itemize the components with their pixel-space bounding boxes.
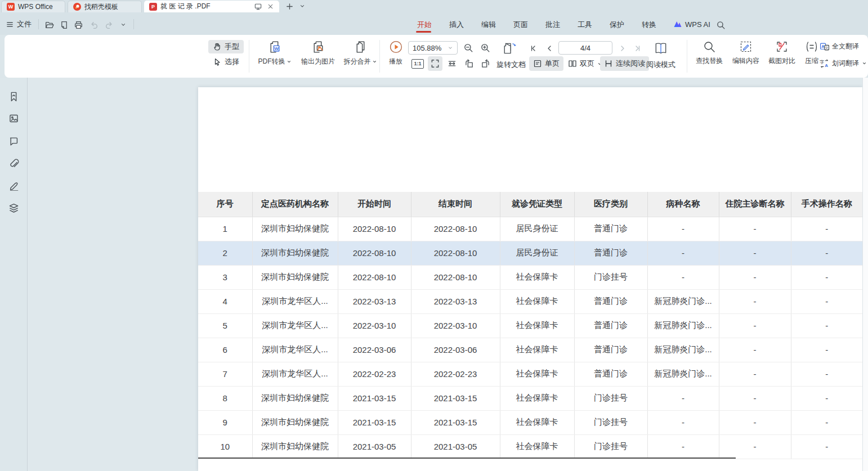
table-cell: 2022-02-23 (338, 362, 411, 386)
actual-size-button[interactable]: 1:1 (411, 58, 424, 69)
fit-width-button[interactable] (446, 58, 458, 69)
reading-mode-button[interactable] (653, 41, 669, 56)
pdf-convert-button[interactable]: W PDF转换 (253, 38, 296, 74)
split-merge-icon (354, 40, 368, 54)
book-icon (654, 41, 668, 56)
replace-pages-button[interactable] (502, 41, 518, 56)
wps-ai-button[interactable]: WPS AI (673, 18, 710, 30)
export-image-button[interactable]: 输出为图片 (297, 38, 339, 74)
open-folder-icon[interactable] (43, 19, 55, 30)
zoom-level-select[interactable]: 105.88% (408, 41, 458, 55)
table-cell: 深圳市妇幼保健院 (252, 217, 338, 241)
split-merge-button[interactable]: 拆分合并 (340, 38, 381, 74)
select-tool-button[interactable]: 选择 (208, 55, 244, 69)
menu-item-tools[interactable]: 工具 (576, 19, 593, 31)
table-cell: 深圳市龙华区人... (252, 289, 338, 313)
new-tab-button[interactable] (284, 1, 294, 11)
table-cell: - (719, 434, 791, 459)
table-cell: - (719, 217, 791, 241)
tab-document-active[interactable]: P 就 医 记 录 .PDF (144, 1, 279, 12)
tab-list-chevron-icon[interactable] (297, 1, 307, 11)
table-cell: 2022-03-06 (411, 338, 500, 362)
table-cell: - (719, 362, 791, 386)
left-panel-sidebar (0, 78, 28, 471)
table-cell: 2022-03-10 (411, 313, 500, 338)
screenshot-compare-label: 截图对比 (768, 56, 795, 66)
table-cell: 深圳市妇幼保健院 (252, 241, 338, 265)
play-label: 播放 (389, 57, 402, 66)
divider (687, 40, 687, 73)
table-cell: - (791, 434, 862, 459)
table-cell: - (791, 386, 862, 410)
find-replace-button[interactable]: 查找替换 (691, 38, 727, 74)
last-page-button[interactable] (632, 43, 643, 54)
table-cell: 6 (198, 338, 252, 362)
bookmark-icon[interactable] (7, 90, 20, 102)
comments-icon[interactable] (7, 134, 20, 147)
file-menu-button[interactable]: 文件 (6, 18, 32, 30)
menu-item-comment[interactable]: 批注 (544, 19, 561, 31)
signature-icon[interactable] (7, 179, 20, 191)
thumbnails-icon[interactable] (7, 112, 20, 124)
page-number-input[interactable]: 4/4 (558, 41, 612, 55)
rotate-right-button[interactable] (480, 57, 492, 70)
zoom-level-value: 105.88% (413, 44, 441, 52)
edit-content-button[interactable]: 编辑内容 (728, 38, 763, 74)
continuous-reading-button[interactable]: 连续阅读 (600, 56, 649, 71)
menu-search-icon[interactable] (715, 19, 726, 30)
previous-page-button[interactable] (544, 43, 555, 54)
menu-item-edit[interactable]: 编辑 (480, 19, 497, 31)
first-page-button[interactable] (528, 43, 539, 54)
single-page-button[interactable]: 单页 (529, 56, 563, 71)
table-cell: - (791, 265, 862, 289)
table-cell: 2021-03-15 (338, 410, 411, 434)
rotate-left-button[interactable] (463, 57, 475, 70)
table-cell: 门诊挂号 (574, 410, 647, 434)
table-cell: 门诊挂号 (574, 386, 647, 410)
fit-page-button[interactable] (428, 56, 442, 71)
print-icon[interactable] (73, 19, 84, 30)
word-translate-button[interactable]: 字A 划词翻译 (820, 59, 867, 68)
rotate-document-label[interactable]: 旋转文档 (496, 60, 526, 70)
column-header: 医疗类别 (574, 192, 647, 217)
table-cell: - (719, 386, 791, 410)
hand-tool-button[interactable]: 手型 (208, 40, 244, 53)
tab-label: 就 医 记 录 .PDF (160, 2, 211, 11)
monitor-icon[interactable] (254, 2, 262, 11)
column-header: 结束时间 (411, 192, 500, 217)
table-cell: 2021-03-05 (411, 434, 500, 459)
undo-icon[interactable] (88, 19, 100, 30)
find-replace-icon (703, 40, 716, 53)
menu-item-home[interactable]: 开始 (416, 19, 433, 31)
previous-page-icon (545, 44, 554, 53)
save-icon[interactable] (58, 19, 69, 30)
table-cell: 8 (198, 386, 252, 410)
zoom-in-button[interactable] (480, 42, 491, 53)
next-page-button[interactable] (617, 43, 628, 54)
table-cell: 普通门诊 (574, 362, 647, 386)
full-text-translate-button[interactable]: A文 全文翻译 (820, 42, 859, 51)
vertical-scrollbar[interactable] (862, 78, 868, 471)
hand-icon (213, 42, 222, 51)
table-cell: 深圳市龙华区人... (252, 338, 338, 362)
quick-access-chevron-icon[interactable] (118, 19, 129, 30)
redo-icon[interactable] (103, 19, 114, 30)
menu-item-insert[interactable]: 插入 (448, 19, 465, 31)
close-tab-icon[interactable] (267, 3, 274, 10)
tab-docer-templates[interactable]: 找稻壳模板 (68, 1, 142, 12)
reading-mode-label[interactable]: 阅读模式 (646, 60, 675, 70)
table-cell: - (719, 338, 791, 362)
layers-icon[interactable] (7, 201, 20, 214)
zoom-out-button[interactable] (463, 42, 474, 53)
menu-item-page[interactable]: 页面 (512, 19, 529, 31)
table-cell: - (791, 362, 862, 386)
menu-item-convert[interactable]: 转换 (641, 19, 657, 31)
menu-item-protect[interactable]: 保护 (609, 19, 625, 31)
table-row: 10深圳市妇幼保健院2021-03-052021-03-05社会保障卡门诊挂号-… (198, 434, 862, 459)
attachment-icon[interactable] (7, 157, 20, 169)
tab-wps-office[interactable]: W WPS Office (1, 1, 65, 12)
table-cell: - (647, 265, 719, 289)
table-cell: 2022-08-10 (411, 217, 500, 241)
play-button[interactable]: 播放 (383, 38, 409, 74)
screenshot-compare-button[interactable]: 截图对比 (764, 38, 799, 74)
